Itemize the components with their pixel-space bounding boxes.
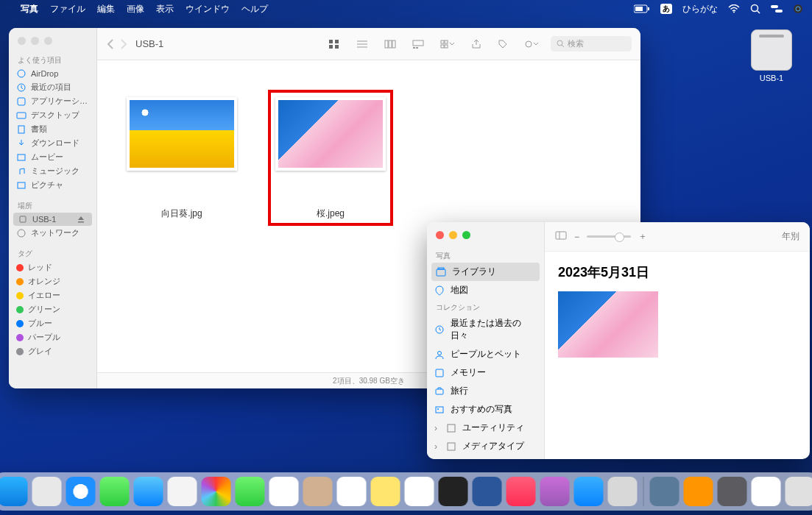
sidebar-item-featured[interactable]: おすすめの写真 bbox=[427, 400, 544, 419]
sidebar-item-pictures[interactable]: ピクチャ bbox=[9, 178, 96, 192]
sidebar-item-memories[interactable]: メモリー bbox=[427, 363, 544, 382]
ime-label[interactable]: ひらがな bbox=[682, 3, 718, 15]
forward-button[interactable] bbox=[119, 39, 128, 49]
dock-podcasts[interactable] bbox=[540, 477, 569, 506]
back-button[interactable] bbox=[106, 39, 115, 49]
view-gallery-button[interactable] bbox=[408, 37, 428, 52]
sidebar-item-people[interactable]: ピープルとペット bbox=[427, 345, 544, 363]
sidebar-group-mediatype[interactable]: ›メディアタイプ bbox=[427, 437, 544, 455]
sidebar-item-desktop[interactable]: デスクトップ bbox=[9, 108, 96, 122]
dock-messages[interactable] bbox=[99, 477, 129, 506]
dock-preview[interactable] bbox=[649, 477, 679, 506]
photos-window-controls[interactable] bbox=[427, 222, 544, 248]
dock-safari[interactable] bbox=[66, 477, 95, 506]
sidebar-item-network[interactable]: ネットワーク bbox=[9, 226, 96, 240]
dock-pages[interactable] bbox=[683, 477, 713, 506]
dock-maps[interactable] bbox=[167, 477, 197, 506]
action-button[interactable] bbox=[520, 37, 543, 52]
battery-icon[interactable] bbox=[634, 4, 650, 13]
window-controls[interactable] bbox=[9, 28, 96, 49]
sidebar-item-music[interactable]: ミュージック bbox=[9, 164, 96, 178]
desktop-usb-icon[interactable]: USB-1 bbox=[746, 29, 797, 82]
dock-launchpad[interactable] bbox=[32, 477, 61, 506]
svg-rect-16 bbox=[18, 182, 25, 188]
dock-tv[interactable] bbox=[438, 477, 467, 506]
siri-icon[interactable] bbox=[793, 4, 803, 14]
sidebar-item-movies[interactable]: ムービー bbox=[9, 150, 96, 164]
file-sakura[interactable]: 桜.jpeg bbox=[268, 90, 393, 226]
view-column-button[interactable] bbox=[380, 37, 400, 52]
share-button[interactable] bbox=[467, 37, 486, 52]
sidebar-item-trips[interactable]: 旅行 bbox=[427, 382, 544, 400]
sidebar-item-map[interactable]: 地図 bbox=[427, 281, 544, 299]
sidebar-item-documents[interactable]: 書類 bbox=[9, 122, 96, 136]
tag-red[interactable]: レッド bbox=[9, 260, 96, 274]
dock-trash[interactable] bbox=[785, 477, 812, 506]
dock-word[interactable] bbox=[472, 477, 501, 506]
dock-notes[interactable] bbox=[370, 477, 400, 506]
dock-downloads[interactable] bbox=[751, 477, 780, 506]
desktop-usb-label: USB-1 bbox=[746, 74, 797, 82]
svg-rect-30 bbox=[445, 40, 448, 43]
sidebar-item-days[interactable]: 最近または過去の日々 bbox=[427, 314, 544, 345]
menu-image[interactable]: 画像 bbox=[127, 3, 144, 15]
sidebar-item-downloads[interactable]: ダウンロード bbox=[9, 136, 96, 150]
svg-rect-26 bbox=[413, 40, 423, 46]
sidebar-item-airdrop[interactable]: AirDrop bbox=[9, 67, 96, 80]
finder-sidebar: よく使う項目 AirDrop 最近の項目 アプリケーシ… デスクトップ 書類 ダ… bbox=[9, 28, 97, 388]
svg-line-5 bbox=[758, 11, 760, 14]
control-center-icon[interactable] bbox=[771, 4, 783, 13]
view-list-button[interactable] bbox=[352, 37, 373, 52]
dock-facetime[interactable] bbox=[235, 477, 264, 506]
tag-gray[interactable]: グレイ bbox=[9, 344, 96, 358]
menu-window[interactable]: ウインドウ bbox=[186, 3, 230, 15]
menu-edit[interactable]: 編集 bbox=[97, 3, 115, 15]
group-button[interactable] bbox=[436, 37, 459, 52]
sidebar-item-applications[interactable]: アプリケーシ… bbox=[9, 94, 96, 108]
sidebar-group-album[interactable]: ›アルバム bbox=[427, 455, 544, 459]
dock-finder[interactable] bbox=[0, 477, 27, 506]
dock-reminders[interactable] bbox=[336, 477, 366, 506]
dock-music[interactable] bbox=[506, 477, 535, 506]
finder-toolbar: USB-1 検索 bbox=[97, 28, 640, 60]
wifi-icon[interactable] bbox=[728, 4, 740, 13]
dock-calendar[interactable] bbox=[269, 477, 298, 506]
view-icon-button[interactable] bbox=[324, 37, 345, 52]
svg-rect-41 bbox=[436, 389, 443, 394]
tag-orange[interactable]: オレンジ bbox=[9, 274, 96, 288]
zoom-slider[interactable] bbox=[587, 235, 631, 238]
tag-blue[interactable]: ブルー bbox=[9, 316, 96, 330]
svg-point-4 bbox=[752, 5, 758, 12]
menu-view[interactable]: 表示 bbox=[156, 3, 174, 15]
window-title: USB-1 bbox=[135, 38, 163, 49]
svg-rect-44 bbox=[448, 425, 455, 432]
dock-appstore[interactable] bbox=[573, 477, 603, 506]
file-sunflower[interactable]: 向日葵.jpg bbox=[119, 97, 244, 220]
sidebar-item-usb1[interactable]: USB-1 bbox=[13, 213, 92, 226]
tag-yellow[interactable]: イエロー bbox=[9, 288, 96, 302]
year-button[interactable]: 年別 bbox=[782, 230, 799, 243]
sidebar-group-utility[interactable]: ›ユーティリティ bbox=[427, 419, 544, 437]
dock-contacts[interactable] bbox=[303, 477, 332, 506]
dock-quicktime[interactable] bbox=[717, 477, 746, 506]
spotlight-icon[interactable] bbox=[750, 4, 760, 14]
dock-freeform[interactable] bbox=[404, 477, 434, 506]
sidebar-item-recents[interactable]: 最近の項目 bbox=[9, 80, 96, 94]
dock-photos[interactable] bbox=[201, 477, 230, 506]
sidebar-item-library[interactable]: ライブラリ bbox=[431, 263, 540, 281]
ime-badge[interactable]: あ bbox=[660, 4, 672, 14]
eject-icon[interactable] bbox=[77, 216, 88, 223]
photo-thumbnail-sakura[interactable] bbox=[558, 291, 658, 358]
dock-mail[interactable] bbox=[133, 477, 163, 506]
sidebar-toggle-icon[interactable] bbox=[555, 230, 567, 243]
tag-green[interactable]: グリーン bbox=[9, 302, 96, 316]
svg-line-35 bbox=[562, 45, 564, 47]
tag-purple[interactable]: パープル bbox=[9, 330, 96, 344]
search-field[interactable]: 検索 bbox=[551, 36, 632, 52]
dock-settings[interactable] bbox=[607, 477, 637, 506]
menu-help[interactable]: ヘルプ bbox=[241, 3, 268, 15]
tag-button[interactable] bbox=[493, 37, 512, 52]
app-menu[interactable]: 写真 bbox=[21, 3, 38, 15]
photos-content[interactable]: 2023年5月31日 bbox=[545, 252, 810, 459]
menu-file[interactable]: ファイル bbox=[50, 3, 85, 15]
